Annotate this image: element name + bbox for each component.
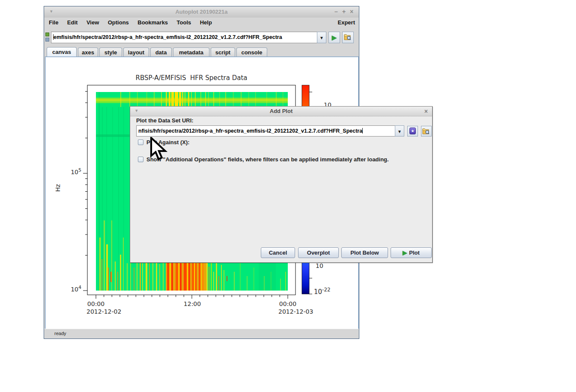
y-tick-1e4: 104	[61, 286, 81, 293]
dialog-browse-button[interactable]	[421, 126, 432, 137]
plot-title: RBSP-A/EMFISIS HFR Spectra Data	[87, 74, 295, 82]
menu-bookmarks[interactable]: Bookmarks	[134, 18, 171, 26]
window-titlebar[interactable]: ▾ Autoplot 20190221a –+×	[44, 6, 359, 18]
dialog-titlebar[interactable]: ▾ Add Plot ×	[130, 107, 432, 116]
plot-button[interactable]: ▶Plot	[391, 247, 432, 258]
tab-script[interactable]: script	[211, 48, 235, 56]
tab-bar: canvas axes style layout data metadata s…	[44, 47, 359, 56]
chevron-down-icon: ▼	[397, 129, 402, 134]
tab-console[interactable]: console	[236, 48, 267, 56]
dialog-uri-dropdown-button[interactable]: ▼	[395, 125, 404, 137]
x-date-left: 2012-12-02	[87, 308, 121, 315]
dialog-title: Add Plot	[130, 108, 432, 114]
go-plot-button[interactable]: ▶	[328, 32, 340, 43]
window-title: Autoplot 20190221a	[44, 9, 359, 15]
tab-style[interactable]: style	[99, 48, 122, 56]
x-tick-0000-left: 00:00	[85, 300, 107, 307]
mouse-cursor	[149, 137, 168, 163]
play-icon: ▶	[403, 249, 407, 256]
cancel-button[interactable]: Cancel	[261, 247, 295, 258]
dialog-uri-label: Plot the Data Set URI:	[136, 117, 194, 124]
colorbar-label-mid-partial: 10	[316, 262, 323, 269]
x-tick-1200: 12:00	[182, 300, 203, 307]
menu-edit[interactable]: Edit	[64, 18, 81, 26]
menu-help[interactable]: Help	[197, 18, 215, 26]
x-axis-ticks	[96, 295, 288, 299]
y-tick-1e5: 105	[61, 169, 81, 175]
tab-axes[interactable]: axes	[78, 48, 98, 56]
menu-tools[interactable]: Tools	[173, 18, 195, 26]
y-axis-label: Hz	[54, 184, 61, 192]
expert-label[interactable]: Expert	[338, 19, 355, 26]
show-operations-label: Show "Additional Operations" fields, whe…	[146, 156, 389, 163]
chevron-down-icon: ▼	[319, 36, 324, 40]
tab-data[interactable]: data	[150, 48, 172, 56]
menu-view[interactable]: View	[83, 18, 102, 26]
play-icon: ▶	[332, 34, 337, 41]
uri-dropdown-button[interactable]: ▼	[317, 32, 326, 43]
colorbar-label-bottom: 10-22	[314, 288, 331, 296]
plot-against-checkbox[interactable]	[138, 140, 143, 145]
dialog-close-button[interactable]: ×	[424, 108, 428, 115]
maximize-button[interactable]: +	[340, 8, 348, 15]
show-operations-checkbox[interactable]	[138, 157, 143, 162]
status-bar: ready	[44, 329, 359, 339]
overplot-button[interactable]: Overplot	[298, 247, 339, 258]
tab-canvas[interactable]: canvas	[47, 47, 77, 56]
tab-metadata[interactable]: metadata	[173, 48, 209, 56]
y-axis-ticks	[83, 92, 87, 291]
status-text: ready	[54, 331, 66, 336]
menu-options[interactable]: Options	[104, 18, 132, 26]
menu-file[interactable]: File	[45, 18, 62, 26]
x-date-right: 2012-12-03	[278, 308, 313, 315]
dialog-inspect-button[interactable]: ★	[407, 126, 418, 137]
magic-star-icon: ★	[409, 128, 416, 134]
uri-input[interactable]: emfisis/hfr/spectra/2012/rbsp-a_hfr-spec…	[51, 32, 317, 43]
menu-bar: File Edit View Options Bookmarks Tools H…	[44, 18, 359, 27]
add-plot-dialog: ▾ Add Plot × Plot the Data Set URI: nfis…	[130, 106, 433, 263]
x-tick-0000-right: 00:00	[277, 300, 298, 307]
plot-below-button[interactable]: Plot Below	[341, 247, 388, 258]
dialog-uri-input[interactable]: nfisis/hfr/spectra/2012/rbsp-a_hfr-spect…	[136, 125, 395, 137]
text-caret	[362, 128, 363, 134]
minimize-button[interactable]: –	[332, 8, 340, 15]
close-button[interactable]: ×	[348, 8, 355, 15]
folder-search-icon	[422, 128, 430, 135]
datasource-status-icon	[45, 33, 50, 42]
folder-search-icon	[344, 33, 352, 41]
browse-button[interactable]	[342, 32, 354, 43]
tab-layout[interactable]: layout	[123, 48, 149, 56]
